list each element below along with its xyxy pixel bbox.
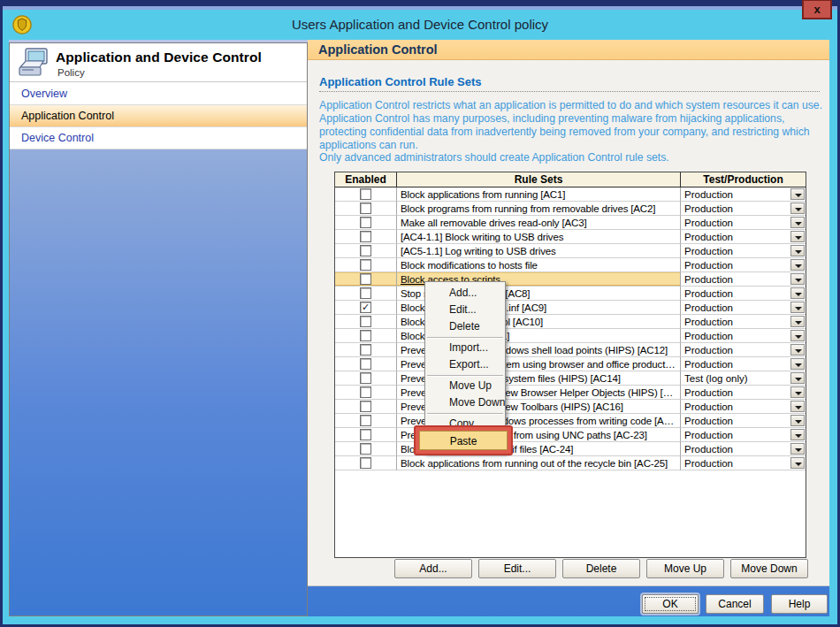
sidebar-item-application-control[interactable]: Application Control xyxy=(10,105,307,127)
delete-button[interactable]: Delete xyxy=(562,559,640,578)
table-row[interactable]: Prevent changes to Windows shell load po… xyxy=(335,343,806,357)
mode-dropdown-button[interactable] xyxy=(790,273,805,285)
mode-dropdown-button[interactable] xyxy=(790,372,805,384)
table-row[interactable]: Block registry editing tool [AC10]Produc… xyxy=(335,315,806,329)
table-row[interactable]: [AC4-1.1] Block writing to USB drivesPro… xyxy=(335,230,806,244)
checkbox-unchecked[interactable] xyxy=(360,443,371,455)
table-row[interactable]: Prevent registration of new Browser Help… xyxy=(335,386,806,400)
mode-dropdown-button[interactable] xyxy=(790,330,805,341)
checkbox-unchecked[interactable] xyxy=(360,330,371,341)
table-row[interactable]: Prevent changes to system using browser … xyxy=(335,357,806,371)
enabled-cell xyxy=(335,428,397,442)
mode-dropdown-button[interactable] xyxy=(790,358,805,370)
panel-header-title: Application Control xyxy=(308,40,829,60)
mode-dropdown-button[interactable] xyxy=(790,287,805,299)
checkbox-unchecked[interactable] xyxy=(360,415,371,426)
checkbox-unchecked[interactable] xyxy=(360,344,371,356)
table-row[interactable]: [AC5-1.1] Log writing to USB drivesProdu… xyxy=(335,244,806,258)
table-row[interactable]: ✓Block access to Autorun.inf [AC9]Produc… xyxy=(335,301,806,315)
checkbox-unchecked[interactable] xyxy=(360,231,371,242)
cancel-button[interactable]: Cancel xyxy=(706,594,764,614)
ok-button[interactable]: OK xyxy=(642,594,699,614)
sidebar-item-overview[interactable]: Overview xyxy=(10,83,307,105)
close-button[interactable]: x xyxy=(802,0,832,19)
mode-cell: Production xyxy=(681,357,806,371)
enabled-cell xyxy=(335,230,397,244)
menu-item-edit[interactable]: Edit... xyxy=(425,302,505,318)
menu-separator xyxy=(425,335,505,340)
menu-item-add[interactable]: Add... xyxy=(425,285,505,302)
menu-item-export[interactable]: Export... xyxy=(425,356,505,373)
table-row[interactable]: Stop software installers [AC8]Production xyxy=(335,287,806,301)
dialog-buttons: OKCancelHelp xyxy=(9,594,828,614)
menu-item-paste[interactable]: Paste xyxy=(419,431,508,450)
menu-item-move-up[interactable]: Move Up xyxy=(425,378,505,394)
checkbox-unchecked[interactable] xyxy=(360,429,371,440)
table-row[interactable]: Block modifications to hosts fileProduct… xyxy=(335,258,806,272)
rule-set-cell[interactable]: Block modifications to hosts file xyxy=(397,258,681,272)
table-row[interactable]: Prevent launching of files from using UN… xyxy=(335,428,806,442)
mode-dropdown-button[interactable] xyxy=(790,401,805,412)
mode-dropdown-button[interactable] xyxy=(790,231,805,242)
checkbox-unchecked[interactable] xyxy=(360,188,371,200)
rule-set-cell[interactable]: Block applications from running out of t… xyxy=(397,456,681,470)
table-row[interactable]: Block applications from running [AC1]Pro… xyxy=(335,187,806,202)
table-row[interactable]: Prevent vulnerable Windows processes fro… xyxy=(335,414,806,428)
checkbox-unchecked[interactable] xyxy=(360,259,371,271)
table-row[interactable]: Make all removable drives read-only [AC3… xyxy=(335,216,806,230)
checkbox-unchecked[interactable] xyxy=(360,457,371,469)
menu-item-import[interactable]: Import... xyxy=(425,340,505,356)
mode-dropdown-button[interactable] xyxy=(790,316,805,327)
checkbox-unchecked[interactable] xyxy=(360,245,371,256)
enabled-cell xyxy=(335,386,397,400)
move-down-button[interactable]: Move Down xyxy=(730,559,808,578)
mode-dropdown-button[interactable] xyxy=(790,415,805,426)
table-row[interactable]: Prevent registration of new Toolbars (HI… xyxy=(335,400,806,414)
checkbox-unchecked[interactable] xyxy=(360,372,371,384)
mode-dropdown-button[interactable] xyxy=(790,443,805,455)
checkbox-checked[interactable]: ✓ xyxy=(360,302,371,313)
checkbox-unchecked[interactable] xyxy=(360,217,371,228)
checkbox-unchecked[interactable] xyxy=(360,203,371,214)
menu-item-delete[interactable]: Delete xyxy=(425,318,505,335)
checkbox-unchecked[interactable] xyxy=(360,386,371,398)
table-row[interactable]: Block programs from running from removab… xyxy=(335,202,806,216)
enabled-cell xyxy=(335,258,397,272)
checkbox-unchecked[interactable] xyxy=(360,273,371,285)
add-button[interactable]: Add... xyxy=(394,559,472,578)
rule-set-cell[interactable]: Make all removable drives read-only [AC3… xyxy=(397,216,681,230)
rule-set-cell[interactable]: Block applications from running [AC1] xyxy=(397,187,681,202)
table-row[interactable]: Block access to scriptsProduction xyxy=(335,272,806,287)
checkbox-unchecked[interactable] xyxy=(360,401,371,412)
mode-dropdown-button[interactable] xyxy=(790,203,805,214)
mode-dropdown-button[interactable] xyxy=(790,302,805,313)
mode-dropdown-button[interactable] xyxy=(790,188,805,200)
mode-dropdown-button[interactable] xyxy=(790,344,805,356)
rule-set-cell[interactable]: Block programs from running from removab… xyxy=(397,202,681,216)
mode-dropdown-button[interactable] xyxy=(790,245,805,256)
mode-dropdown-button[interactable] xyxy=(790,259,805,271)
checkbox-unchecked[interactable] xyxy=(360,358,371,370)
help-button[interactable]: Help xyxy=(771,594,828,614)
sidebar-item-device-control[interactable]: Device Control xyxy=(10,127,307,149)
mode-dropdown-button[interactable] xyxy=(790,386,805,398)
mode-dropdown-button[interactable] xyxy=(790,457,805,469)
mode-dropdown-button[interactable] xyxy=(790,429,805,440)
sidebar-title: Application and Device Control xyxy=(56,50,262,65)
rule-set-cell[interactable]: [AC4-1.1] Block writing to USB drives xyxy=(397,230,681,244)
application-control-panel: Application Control Application Control … xyxy=(308,40,829,586)
table-row[interactable]: Block applications from running out of t… xyxy=(335,456,806,470)
edit-button[interactable]: Edit... xyxy=(478,559,556,578)
checkbox-unchecked[interactable] xyxy=(360,287,371,299)
mode-cell: Production xyxy=(681,258,806,272)
rule-set-cell[interactable]: [AC5-1.1] Log writing to USB drives xyxy=(397,244,681,258)
table-row[interactable]: Block File Shares [AC11]Production xyxy=(335,329,806,343)
table-row[interactable]: Block access to lnk and pif files [AC-24… xyxy=(335,442,806,456)
checkbox-unchecked[interactable] xyxy=(360,316,371,327)
admin-note: Only advanced administrators should crea… xyxy=(319,151,830,164)
enabled-cell xyxy=(335,329,397,343)
move-up-button[interactable]: Move Up xyxy=(646,559,724,578)
mode-dropdown-button[interactable] xyxy=(790,217,805,228)
table-row[interactable]: Prevent modification of system files (HI… xyxy=(335,371,806,386)
menu-item-move-down[interactable]: Move Down xyxy=(425,394,505,411)
